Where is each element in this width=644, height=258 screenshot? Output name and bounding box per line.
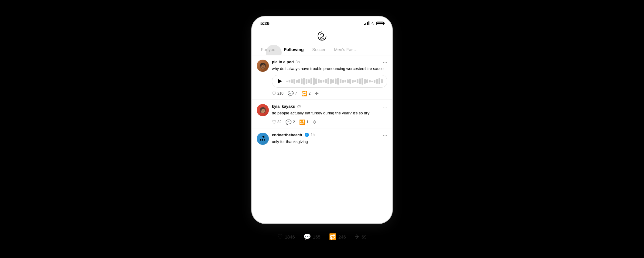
post-time-3: 1h bbox=[311, 133, 315, 137]
share-icon-1: ✈ bbox=[315, 91, 319, 96]
play-button-1[interactable] bbox=[276, 78, 283, 85]
share-icon-2: ✈ bbox=[313, 119, 317, 125]
like-count-1: 210 bbox=[277, 91, 283, 96]
avatar-2[interactable]: 🧑🏽 bbox=[257, 104, 269, 116]
post-content-3: endoatthebeach ✓ 1h ··· only for thanksg… bbox=[272, 133, 387, 148]
comment-action-1[interactable]: 💬 7 bbox=[288, 91, 297, 96]
like-count-2: 32 bbox=[277, 120, 281, 124]
heart-icon-total: ♡ bbox=[277, 233, 283, 240]
wifi-icon: ∿ bbox=[371, 21, 375, 26]
heart-icon-2: ♡ bbox=[272, 119, 276, 125]
post-1: 🧑🏾 pia.in.a.pod 3h ··· why do i always h… bbox=[252, 55, 392, 100]
post-text-1: why do i always have trouble pronouncing… bbox=[272, 66, 387, 72]
share-action-2[interactable]: ✈ bbox=[313, 119, 317, 125]
tab-for-you[interactable]: For you bbox=[257, 44, 279, 55]
heart-icon-1: ♡ bbox=[272, 91, 276, 96]
post-text-2: do people actually eat turkey during the… bbox=[272, 110, 387, 116]
repost-icon-2: 🔁 bbox=[299, 119, 305, 125]
post-time-2: 2h bbox=[297, 104, 301, 108]
status-icons: ∿ bbox=[364, 21, 384, 26]
post-content-1: pia.in.a.pod 3h ··· why do i always have… bbox=[272, 60, 387, 96]
comment-icon-1: 💬 bbox=[288, 91, 294, 96]
repost-count-2: 1 bbox=[307, 120, 309, 124]
total-comments[interactable]: 💬 165 bbox=[303, 233, 320, 240]
tab-bar: For you Following Soccer Men's Fas… bbox=[252, 44, 392, 55]
reposts-total-count: 246 bbox=[338, 234, 346, 239]
repost-count-1: 2 bbox=[309, 91, 311, 96]
post-author-1[interactable]: pia.in.a.pod bbox=[272, 60, 294, 64]
total-likes[interactable]: ♡ 1846 bbox=[277, 233, 295, 240]
post-2: 🧑🏽 kyia_kayaks 2h ··· do people actually… bbox=[252, 100, 392, 128]
post-more-1[interactable]: ··· bbox=[383, 60, 387, 65]
status-bar: 5:26 ∿ bbox=[252, 16, 392, 28]
post-time-1: 3h bbox=[296, 60, 300, 64]
post-text-3: only for thanksgiving bbox=[272, 139, 387, 145]
repost-icon-total: 🔁 bbox=[329, 233, 337, 240]
post-header-1: pia.in.a.pod 3h ··· bbox=[272, 60, 387, 65]
avatar-3[interactable]: 🏖 bbox=[257, 133, 269, 145]
comment-count-2: 2 bbox=[293, 120, 295, 124]
tab-soccer[interactable]: Soccer bbox=[308, 44, 330, 55]
outer-container: 5:26 ∿ bbox=[252, 16, 392, 242]
tab-following[interactable]: Following bbox=[279, 44, 308, 55]
repost-action-1[interactable]: 🔁 2 bbox=[301, 91, 311, 96]
share-action-1[interactable]: ✈ bbox=[315, 91, 319, 96]
like-action-1[interactable]: ♡ 210 bbox=[272, 91, 283, 96]
post-header-2: kyia_kayaks 2h ··· bbox=[272, 104, 387, 110]
engagement-bar: ♡ 1846 💬 165 🔁 246 ✈ 69 bbox=[277, 229, 366, 242]
avatar-1[interactable]: 🧑🏾 bbox=[257, 60, 269, 72]
signal-icon bbox=[364, 22, 369, 25]
post-author-2[interactable]: kyia_kayaks bbox=[272, 104, 295, 109]
post-author-3[interactable]: endoatthebeach bbox=[272, 133, 302, 137]
likes-total-count: 1846 bbox=[285, 234, 295, 239]
battery-icon bbox=[376, 22, 384, 25]
repost-icon-1: 🔁 bbox=[301, 91, 307, 96]
app-header bbox=[252, 28, 392, 44]
feed: 🧑🏾 pia.in.a.pod 3h ··· why do i always h… bbox=[252, 55, 392, 223]
post-3: 🏖 endoatthebeach ✓ 1h ··· only for thank… bbox=[252, 128, 392, 151]
post-more-2[interactable]: ··· bbox=[383, 104, 387, 110]
post-more-3[interactable]: ··· bbox=[383, 133, 387, 138]
audio-player-1[interactable] bbox=[272, 75, 387, 88]
status-time: 5:26 bbox=[260, 21, 269, 26]
svg-point-0 bbox=[323, 34, 324, 35]
comment-action-2[interactable]: 💬 2 bbox=[286, 119, 295, 125]
share-icon-total: ✈ bbox=[355, 233, 360, 240]
threads-logo bbox=[317, 31, 327, 42]
play-triangle-1 bbox=[278, 79, 282, 83]
comments-total-count: 165 bbox=[313, 234, 320, 239]
total-reposts[interactable]: 🔁 246 bbox=[329, 233, 346, 240]
post-content-2: kyia_kayaks 2h ··· do people actually ea… bbox=[272, 104, 387, 125]
shares-total-count: 69 bbox=[361, 234, 367, 239]
post-actions-2: ♡ 32 💬 2 🔁 1 ✈ bbox=[272, 119, 387, 125]
comment-icon-2: 💬 bbox=[286, 119, 292, 125]
verified-badge-3: ✓ bbox=[305, 133, 309, 137]
phone-shell: 5:26 ∿ bbox=[252, 16, 392, 223]
tab-mens-fashion[interactable]: Men's Fas… bbox=[330, 44, 362, 55]
total-shares[interactable]: ✈ 69 bbox=[355, 233, 367, 240]
waveform-1 bbox=[286, 78, 383, 85]
comment-count-1: 7 bbox=[295, 91, 297, 96]
comment-icon-total: 💬 bbox=[303, 233, 311, 240]
post-header-3: endoatthebeach ✓ 1h ··· bbox=[272, 133, 387, 138]
like-action-2[interactable]: ♡ 32 bbox=[272, 119, 281, 125]
repost-action-2[interactable]: 🔁 1 bbox=[299, 119, 309, 125]
post-actions-1: ♡ 210 💬 7 🔁 2 ✈ bbox=[272, 91, 387, 96]
